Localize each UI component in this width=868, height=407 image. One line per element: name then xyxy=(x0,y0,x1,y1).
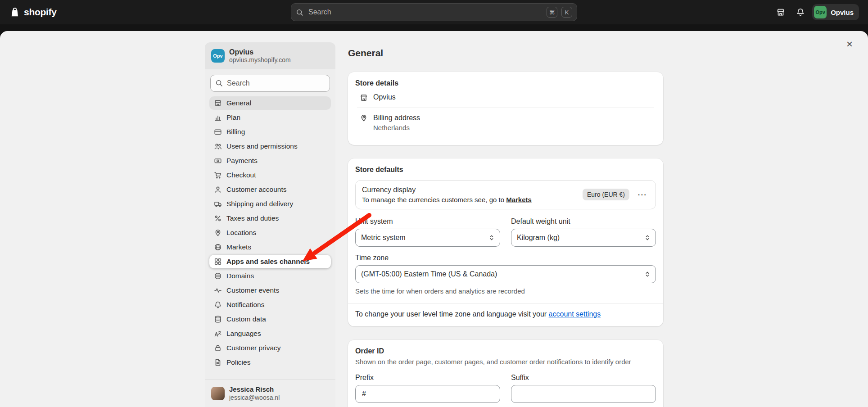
weight-unit-label: Default weight unit xyxy=(511,217,656,226)
store-details-header: Store details xyxy=(355,79,656,87)
unit-system-field: Unit system Metric system xyxy=(355,217,500,247)
search-icon xyxy=(215,79,223,89)
k-keycap: K xyxy=(561,7,572,18)
sidebar-item-apps-and-sales-channels[interactable]: Apps and sales channels xyxy=(209,255,331,268)
sidebar-store-avatar: Opv xyxy=(211,49,225,63)
prefix-input[interactable] xyxy=(361,389,495,398)
sidebar-item-customer-privacy[interactable]: Customer privacy xyxy=(209,341,331,355)
shopify-logo[interactable]: shopify xyxy=(9,6,57,18)
sidebar-item-users-and-permissions[interactable]: Users and permissions xyxy=(209,140,331,153)
store-menu-chip[interactable]: Opv Opvius xyxy=(812,4,859,20)
custom-data-icon xyxy=(214,315,222,323)
shipping-icon xyxy=(214,200,222,208)
sidebar-item-label: Payments xyxy=(226,157,258,165)
sidebar-item-custom-data[interactable]: Custom data xyxy=(209,312,331,326)
sidebar-item-label: Checkout xyxy=(226,171,256,179)
sidebar-item-locations[interactable]: Locations xyxy=(209,226,331,240)
sidebar-item-checkout[interactable]: Checkout xyxy=(209,168,331,182)
prefix-input-wrap xyxy=(355,385,500,403)
currency-description-text: To manage the currencies customers see, … xyxy=(362,196,506,204)
account-settings-note-text: To change your user level time zone and … xyxy=(355,310,549,318)
sidebar-store-name: Opvius xyxy=(229,48,291,56)
domains-icon xyxy=(214,272,222,280)
location-icon xyxy=(360,113,368,122)
sidebar-item-languages[interactable]: Languages xyxy=(209,327,331,340)
settings-modal: × Opv Opvius opvius.myshopify.com Genera… xyxy=(0,31,868,407)
sidebar-item-billing[interactable]: Billing xyxy=(209,125,331,139)
time-zone-help: Sets the time for when orders and analyt… xyxy=(355,287,656,295)
notifications-icon xyxy=(214,301,222,309)
markets-link[interactable]: Markets xyxy=(506,196,532,204)
store-name-value: Opvius xyxy=(373,93,396,102)
billing-address-row[interactable]: Billing address Netherlands xyxy=(355,108,656,138)
order-id-card: Order ID Shown on the order page, custom… xyxy=(348,340,663,407)
sidebar-item-notifications[interactable]: Notifications xyxy=(209,298,331,312)
order-id-description: Shown on the order page, customer pages,… xyxy=(355,358,656,366)
settings-layout: Opv Opvius opvius.myshopify.com GeneralP… xyxy=(205,31,663,407)
sidebar-item-markets[interactable]: Markets xyxy=(209,240,331,254)
sidebar-item-customer-events[interactable]: Customer events xyxy=(209,284,331,297)
shopify-bag-icon xyxy=(9,6,21,18)
notifications-button[interactable] xyxy=(792,4,809,20)
caret-updown-icon xyxy=(644,234,651,241)
taxes-icon xyxy=(214,214,222,222)
caret-updown-icon xyxy=(488,234,495,241)
store-name-row[interactable]: Opvius xyxy=(355,87,656,108)
unit-system-select[interactable]: Metric system xyxy=(355,229,500,247)
sidebar-item-label: Apps and sales channels xyxy=(226,258,310,266)
sidebar-store-header[interactable]: Opv Opvius opvius.myshopify.com xyxy=(205,42,335,69)
sidebar-item-label: General xyxy=(226,99,251,107)
sidebar-user[interactable]: Jessica Risch jessica@woosa.nl xyxy=(205,380,335,407)
sidebar-item-label: Policies xyxy=(226,358,250,366)
storefront-button[interactable] xyxy=(773,4,789,20)
shopify-wordmark: shopify xyxy=(24,7,57,18)
suffix-input-wrap xyxy=(511,385,656,403)
sidebar-item-payments[interactable]: Payments xyxy=(209,154,331,167)
time-zone-field: Time zone (GMT-05:00) Eastern Time (US &… xyxy=(355,254,656,295)
user-email: jessica@woosa.nl xyxy=(229,394,280,402)
sidebar-item-label: Customer events xyxy=(226,286,279,294)
settings-nav: GeneralPlanBillingUsers and permissionsP… xyxy=(205,96,335,369)
close-icon: × xyxy=(846,39,853,50)
apps-icon xyxy=(214,258,222,266)
sidebar-item-label: Plan xyxy=(226,113,240,122)
store-avatar: Opv xyxy=(814,6,827,18)
policies-icon xyxy=(214,358,222,366)
unit-system-label: Unit system xyxy=(355,217,500,226)
sidebar-item-general[interactable]: General xyxy=(209,96,331,110)
sidebar-item-shipping-and-delivery[interactable]: Shipping and delivery xyxy=(209,197,331,211)
caret-updown-icon xyxy=(644,271,651,278)
sidebar-item-label: Markets xyxy=(226,243,251,251)
payments-icon xyxy=(214,157,222,165)
account-settings-note: To change your user level time zone and … xyxy=(355,303,656,319)
settings-search-input[interactable] xyxy=(210,75,330,92)
markets-icon xyxy=(214,243,222,251)
sidebar-item-label: Customer accounts xyxy=(226,185,287,194)
time-zone-value: (GMT-05:00) Eastern Time (US & Canada) xyxy=(361,270,497,278)
billing-icon xyxy=(214,128,222,136)
weight-unit-select[interactable]: Kilogram (kg) xyxy=(511,229,656,247)
sidebar-item-domains[interactable]: Domains xyxy=(209,269,331,283)
time-zone-select[interactable]: (GMT-05:00) Eastern Time (US & Canada) xyxy=(355,265,656,283)
global-search-input[interactable] xyxy=(307,8,542,17)
sidebar-item-label: Shipping and delivery xyxy=(226,200,293,208)
sidebar-item-customer-accounts[interactable]: Customer accounts xyxy=(209,183,331,196)
time-zone-label: Time zone xyxy=(355,254,656,262)
currency-display-row: Currency display To manage the currencie… xyxy=(355,180,656,209)
user-name: Jessica Risch xyxy=(229,385,280,394)
suffix-input[interactable] xyxy=(517,389,651,398)
settings-search xyxy=(210,75,330,92)
account-settings-link[interactable]: account settings xyxy=(549,310,601,318)
close-button[interactable]: × xyxy=(842,36,857,52)
settings-sidebar: Opv Opvius opvius.myshopify.com GeneralP… xyxy=(205,42,335,407)
store-defaults-card: Store defaults Currency display To manag… xyxy=(348,158,663,326)
global-search[interactable]: ⌘ K xyxy=(291,3,577,21)
store-icon xyxy=(214,99,222,107)
sidebar-item-plan[interactable]: Plan xyxy=(209,111,331,124)
order-id-header: Order ID xyxy=(355,347,656,355)
store-chip-name: Opvius xyxy=(831,9,857,16)
sidebar-item-taxes-and-duties[interactable]: Taxes and duties xyxy=(209,212,331,225)
currency-menu-button[interactable]: ⋯ xyxy=(635,190,649,199)
sidebar-item-policies[interactable]: Policies xyxy=(209,356,331,369)
cmd-keycap: ⌘ xyxy=(547,7,557,18)
